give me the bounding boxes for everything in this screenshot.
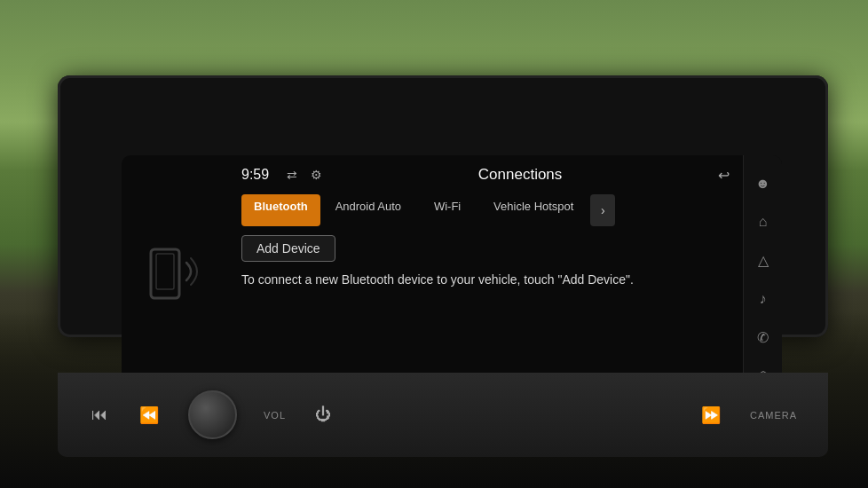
screen-left-panel xyxy=(122,155,228,405)
clock-display: 9:59 xyxy=(241,167,269,183)
tab-android-auto[interactable]: Android Auto xyxy=(323,194,414,226)
phone-bluetooth-icon xyxy=(144,245,206,316)
screen-sidebar: ☻ ⌂ △ ♪ ✆ ⬡ xyxy=(743,155,782,405)
settings-icon[interactable]: ⚙ xyxy=(311,168,322,182)
forward-button[interactable]: ⏩ xyxy=(685,398,737,432)
rewind-button[interactable]: ⏪ xyxy=(123,398,175,432)
screen-title: Connections xyxy=(322,166,718,184)
tabs-more-button[interactable]: › xyxy=(590,194,615,226)
volume-knob[interactable] xyxy=(188,390,237,439)
sidebar-navigation-icon[interactable]: △ xyxy=(758,252,769,269)
svg-rect-1 xyxy=(156,254,174,289)
sidebar-profile-icon[interactable]: ☻ xyxy=(755,176,770,192)
sidebar-phone-icon[interactable]: ✆ xyxy=(757,329,769,346)
screen-header: 9:59 ⇄ ⚙ Connections ↩ xyxy=(241,166,730,184)
tab-vehicle-hotspot[interactable]: Vehicle Hotspot xyxy=(481,194,586,226)
sidebar-music-icon[interactable]: ♪ xyxy=(760,291,767,307)
tab-wifi[interactable]: Wi-Fi xyxy=(416,194,478,226)
back-icon[interactable]: ↩ xyxy=(718,167,730,184)
tab-bluetooth[interactable]: Bluetooth xyxy=(241,194,320,226)
prev-button[interactable]: ⏮ xyxy=(75,398,123,431)
vol-label: VOL xyxy=(250,410,299,421)
svg-rect-0 xyxy=(151,249,179,298)
bottom-controls: ⏮ ⏪ VOL ⏻ ⏩ CAMERA xyxy=(58,373,828,457)
camera-label: CAMERA xyxy=(737,410,810,421)
screen-main-content: 9:59 ⇄ ⚙ Connections ↩ Bluetooth Android… xyxy=(228,155,743,405)
description-text: To connect a new Bluetooth device to you… xyxy=(241,271,730,289)
power-button[interactable]: ⏻ xyxy=(299,398,347,431)
screen-bezel: 9:59 ⇄ ⚙ Connections ↩ Bluetooth Android… xyxy=(58,75,828,337)
header-left: 9:59 ⇄ ⚙ xyxy=(241,167,322,183)
header-icons: ⇄ ⚙ xyxy=(287,168,322,182)
sidebar-home-icon[interactable]: ⌂ xyxy=(759,214,768,230)
screen-display: 9:59 ⇄ ⚙ Connections ↩ Bluetooth Android… xyxy=(122,155,782,405)
signal-icon: ⇄ xyxy=(287,168,297,182)
add-device-button[interactable]: Add Device xyxy=(241,235,335,262)
tabs-row: Bluetooth Android Auto Wi-Fi Vehicle Hot… xyxy=(241,194,730,226)
